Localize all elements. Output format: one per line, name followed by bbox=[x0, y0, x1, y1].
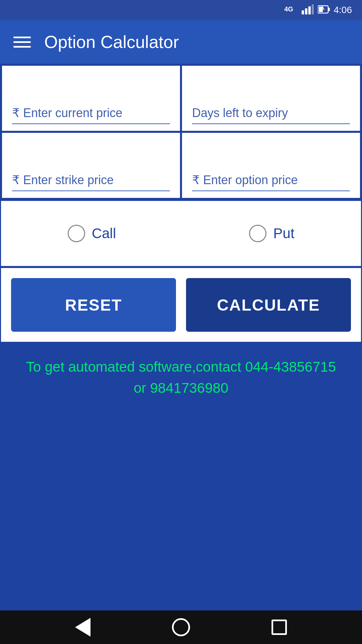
buttons-section: RESET CALCULATE bbox=[0, 267, 362, 343]
input-grid bbox=[0, 64, 362, 200]
call-radio-circle[interactable] bbox=[68, 225, 85, 242]
option-price-input[interactable] bbox=[192, 173, 350, 187]
days-expiry-cell bbox=[181, 65, 361, 132]
status-icons: 4G 4:06 bbox=[284, 4, 352, 16]
nav-back-button[interactable] bbox=[73, 617, 93, 637]
strike-price-cell bbox=[1, 132, 181, 199]
contact-info: To get automated software,contact 044-43… bbox=[0, 343, 362, 412]
recent-square-icon bbox=[272, 620, 287, 635]
svg-rect-3 bbox=[308, 6, 311, 14]
svg-rect-4 bbox=[312, 4, 314, 14]
svg-text:4G: 4G bbox=[284, 5, 293, 13]
status-time: 4:06 bbox=[334, 5, 352, 15]
hamburger-menu-icon[interactable] bbox=[13, 37, 31, 48]
days-expiry-input[interactable] bbox=[192, 106, 350, 120]
put-radio-circle[interactable] bbox=[249, 225, 266, 242]
status-bar: 4G 4:06 bbox=[0, 0, 362, 20]
strike-price-input[interactable] bbox=[12, 173, 170, 187]
nav-bar bbox=[0, 610, 362, 644]
home-circle-icon bbox=[172, 618, 190, 636]
current-price-cell bbox=[1, 65, 181, 132]
put-label: Put bbox=[273, 225, 294, 241]
signal-bars-icon bbox=[302, 4, 314, 16]
contact-text: To get automated software,contact 044-43… bbox=[20, 356, 342, 398]
call-option[interactable]: Call bbox=[68, 225, 116, 242]
main-content: Call Put RESET CALCULATE To get automate… bbox=[0, 64, 362, 610]
app-title: Option Calculator bbox=[44, 32, 179, 52]
svg-rect-2 bbox=[305, 8, 307, 14]
back-arrow-icon bbox=[75, 618, 90, 637]
radio-section: Call Put bbox=[0, 200, 362, 267]
app-bar: Option Calculator bbox=[0, 20, 362, 64]
spacer bbox=[0, 412, 362, 610]
svg-rect-1 bbox=[302, 10, 304, 14]
battery-icon bbox=[318, 5, 330, 15]
nav-home-button[interactable] bbox=[171, 617, 191, 637]
reset-button[interactable]: RESET bbox=[11, 278, 176, 332]
current-price-input[interactable] bbox=[12, 106, 170, 120]
calculate-button[interactable]: CALCULATE bbox=[186, 278, 351, 332]
call-label: Call bbox=[92, 225, 116, 241]
option-price-cell bbox=[181, 132, 361, 199]
svg-rect-6 bbox=[328, 8, 330, 11]
nav-recent-button[interactable] bbox=[269, 617, 289, 637]
signal-icon: 4G bbox=[284, 4, 298, 16]
put-option[interactable]: Put bbox=[249, 225, 294, 242]
